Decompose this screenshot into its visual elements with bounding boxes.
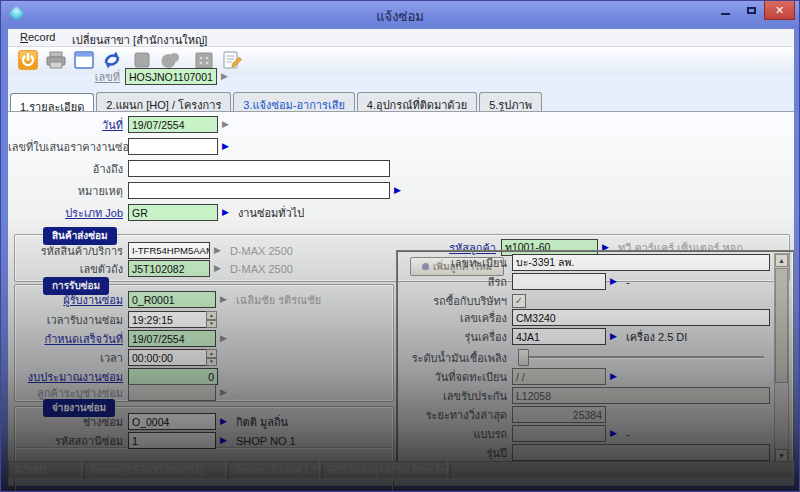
remark-lookup-icon[interactable]: ▶ [394,186,401,195]
due-time-spinner[interactable]: ▲▼ [206,349,217,366]
vehicle-color-field[interactable] [512,273,606,290]
job-type-desc: งานซ่อมทั่วไป [238,204,304,222]
quote-no-lookup-icon[interactable]: ▶ [222,142,229,151]
receive-time-spinner[interactable]: ▲▼ [206,311,217,328]
fuel-level-label: ระดับน้ำมันเชื้อเพลิง [397,349,512,367]
vehicle-panel: เลขทะเบียน บะ-3391 ลพ. สีรถ ▶ - รถซื้อกั… [396,250,794,467]
engine-model-field[interactable]: 4JA1 [512,328,606,345]
reg-no-field[interactable]: บะ-3391 ลพ. [512,254,770,271]
scroll-up-icon[interactable]: ▲ [775,254,788,267]
date-label: วันที่ [8,116,128,134]
title-bar: แจ้งซ่อม ✕ [1,1,799,29]
menu-bar: Record เปลี่ยนสาขา [สำนักงานใหญ่] [8,29,794,47]
mechanic-field[interactable]: O_0004 [128,413,216,430]
refer-to-field[interactable] [128,160,390,177]
scroll-thumb[interactable] [775,268,788,383]
vehicle-model-lookup-icon[interactable]: ▶ [610,429,617,438]
minimize-button[interactable] [713,1,737,20]
product-code-lookup-icon: ▶ [214,246,221,255]
reg-no-label: เลขทะเบียน [397,254,512,272]
vehicle-model-label: แบบรถ [397,425,512,443]
doc-no-field[interactable]: HOSJNO1107001 [125,68,217,85]
due-date-lookup-icon[interactable]: ▶ [220,334,227,343]
receiver-desc: เฉลิมชัย รติรณชัย [236,291,321,309]
customer-mechanic-lookup-icon: ▶ [220,388,227,397]
engine-model-label: รุ่นเครื่อง [397,328,512,346]
due-time-field[interactable]: 00:00:00 [128,349,207,366]
station-label: รหัสสถานีซ่อม [8,432,128,450]
vehicle-scrollbar[interactable]: ▲ ▼ [774,253,789,463]
reg-date-lookup-icon[interactable]: ▶ [610,372,617,381]
reg-date-label: วันที่จดทะเบียน [397,368,512,386]
doc-no-lookup-icon[interactable]: ▶ [221,72,228,81]
station-field[interactable]: 1 [128,432,216,449]
company-purchase-label: รถซื้อกับบริษัทฯ [397,292,512,310]
menu-record[interactable]: Record [20,31,55,43]
due-date-field[interactable]: 19/07/2554 [128,330,216,347]
product-code-field[interactable]: I-TFR54HPM5AAM [128,242,210,259]
warranty-no-field: L12058 [512,387,770,404]
group-receive-title: การรับซ่อม [43,277,109,295]
vehicle-model-desc: - [626,428,630,440]
customer-mechanic-field [128,384,216,401]
date-field[interactable]: 19/07/2554 [128,116,218,133]
company-purchase-checkbox[interactable]: ✓ [512,294,526,308]
job-type-field[interactable]: GR [128,204,218,221]
remark-label: หมายเหตุ [8,182,128,200]
mechanic-desc: กิตติ มูลถิ่น [236,413,288,431]
app-window: แจ้งซ่อม ✕ Record เปลี่ยนสาขา [สำนักงานใ… [0,0,800,492]
engine-model-lookup-icon[interactable]: ▶ [610,332,617,341]
customer-mechanic-desc: . [236,387,239,399]
vehicle-model-field [512,425,606,442]
tab-panel-details: วันที่ 19/07/2554 ▶ เลขที่ใบเสนอราคางานซ… [8,111,794,469]
chassis-no-lookup-icon: ▶ [214,264,221,273]
engine-no-field[interactable]: CM3240 [512,309,770,326]
mileage-label: ระยะทางวิ่งล่าสุด [397,406,512,424]
receiver-lookup-icon[interactable]: ▶ [220,295,227,304]
status-form-name: FrSjJobNo[AA] No Print form [322,461,448,479]
status-bar: ADMIN Primary:DEMO3.dbo (51) Version 3.1… [8,461,794,479]
receive-time-label: เวลารับงานซ่อม [8,311,128,329]
model-year-label: รุ่นปี [397,444,512,462]
status-user: ADMIN [8,461,82,479]
group-product-title: สินค้าส่งซ่อม [43,227,117,245]
vehicle-color-desc: - [626,276,630,288]
doc-no-label: เลขที่ [8,68,125,86]
refer-to-label: อ้างถึง [8,160,128,178]
warranty-no-label: เลขรับประกัน [397,387,512,405]
mechanic-lookup-icon[interactable]: ▶ [220,417,227,426]
date-lookup-icon[interactable]: ▶ [222,120,229,129]
quote-no-field[interactable] [128,138,218,155]
chassis-no-field[interactable]: J5T102082 [128,260,210,277]
station-lookup-icon[interactable]: ▶ [220,436,227,445]
status-database: Primary:DEMO3.dbo (51) [84,461,226,479]
job-type-lookup-icon[interactable]: ▶ [222,208,229,217]
station-desc: SHOP NO 1 [236,435,296,447]
group-dispatch-title: จ่ายงานซ่อม [43,399,115,417]
engine-model-desc: เครื่อง 2.5 DI [626,328,687,346]
close-button[interactable]: ✕ [764,1,795,20]
window-title: แจ้งซ่อม [1,6,799,27]
due-time-label: เวลา [8,349,128,367]
maximize-button[interactable] [739,1,763,20]
receive-time-field[interactable]: 19:29:15 [128,311,207,328]
vehicle-color-label: สีรถ [397,273,512,291]
chassis-no-desc: D-MAX 2500 [230,263,293,275]
chassis-no-label: เลขตัวถัง [8,260,128,278]
budget-field[interactable]: 0 [128,368,218,385]
window-body: Record เปลี่ยนสาขา [สำนักงานใหญ่] [8,29,794,486]
fuel-level-slider-track[interactable] [529,356,764,359]
product-code-desc: D-MAX 2500 [230,245,293,257]
receiver-field[interactable]: 0_R0001 [128,291,216,308]
fuel-level-slider-handle[interactable] [518,349,529,366]
reg-date-field[interactable]: / / [512,368,606,385]
status-empty [450,461,794,479]
status-version: Version 3.1404.1.72 [228,461,320,479]
remark-field[interactable] [128,182,390,199]
engine-no-label: เลขเครื่อง [397,309,512,327]
due-date-label: กำหนดเสร็จวันที่ [8,330,128,348]
quote-no-label: เลขที่ใบเสนอราคางานซ่อม [8,138,128,156]
job-type-label: ประเภท Job [8,204,128,222]
vehicle-color-lookup-icon[interactable]: ▶ [610,277,617,286]
mileage-field: 25384 [512,406,606,423]
